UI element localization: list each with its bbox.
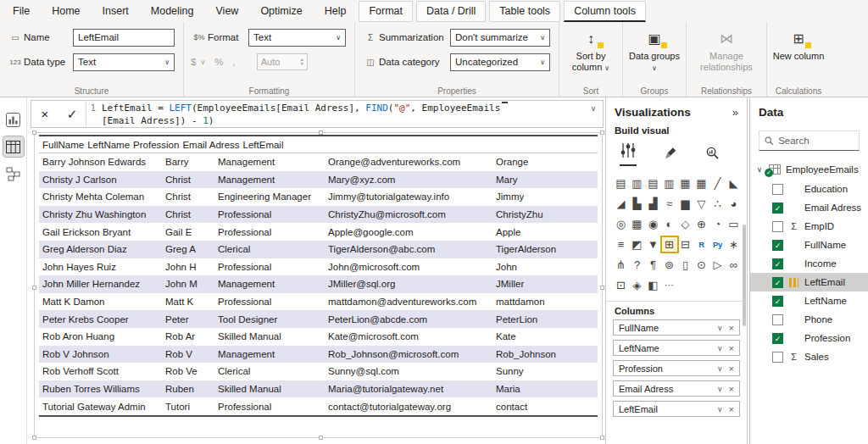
cell-email-adress[interactable]: mattdamon@adventureworks.com (325, 297, 492, 307)
data-type-dropdown[interactable]: Text ∨ (73, 53, 175, 71)
cell-fullname[interactable]: Christy J Carlson (39, 175, 162, 185)
chevron-down-icon[interactable]: ∨ (717, 364, 723, 373)
cell-leftemail[interactable]: contact (492, 402, 527, 412)
resize-handle[interactable] (319, 436, 323, 440)
card-icon[interactable]: ▭ (726, 217, 742, 231)
data-field-row[interactable]: Σ Sales (750, 347, 868, 366)
data-field-row[interactable]: LeftEmail (750, 273, 868, 291)
cell-fullname[interactable]: Tutorial Gateway Admin (39, 402, 162, 412)
cell-fullname[interactable]: Christy Mehta Coleman (39, 191, 162, 202)
cell-leftemail[interactable]: JMiller (492, 279, 524, 289)
chevron-down-icon[interactable]: ∨ (717, 385, 723, 393)
power-automate-icon[interactable]: ∞ (726, 258, 742, 272)
smart-narrative-icon[interactable]: ¶ (646, 258, 661, 272)
field-checkbox[interactable] (772, 240, 783, 251)
decomposition-tree-icon[interactable]: ⋔ (614, 258, 629, 272)
chevron-down-icon[interactable]: ∨ (717, 405, 723, 413)
cell-email-adress[interactable]: JMiller@sql.org (325, 279, 492, 289)
manage-relationships-button[interactable]: ⋈ Manage relationships (692, 28, 761, 85)
cell-email-adress[interactable]: PeterLion@abcde.com (325, 314, 492, 325)
data-field-row[interactable]: Email Adress (750, 198, 868, 217)
cell-email-adress[interactable]: Jimmy@tutorialgateway.info (325, 191, 492, 202)
treemap-icon[interactable]: ▦ (630, 217, 645, 231)
cell-fullname[interactable]: Rob V Johnson (39, 349, 162, 359)
cell-leftname[interactable]: Christ (162, 191, 214, 202)
line-clustered-column-chart-icon[interactable]: ▟ (646, 197, 661, 211)
table-row[interactable]: Rob Verhoff Scott Rob Ve Clerical Sunny@… (39, 363, 598, 380)
field-well[interactable]: LeftName ∨ × (613, 340, 740, 356)
table-row[interactable]: Peter Krebs Cooper Peter Tool Designer P… (39, 310, 598, 328)
cell-leftname[interactable]: Ruben (162, 384, 214, 394)
ribbon-chart-icon[interactable]: ≈ (662, 197, 677, 211)
column-name-input[interactable] (73, 29, 175, 47)
cell-fullname[interactable]: Ruben Torres Williams (39, 384, 162, 394)
cell-profession[interactable]: Clerical (214, 244, 325, 254)
contextual-tab[interactable]: Data / Drill (416, 1, 486, 22)
menu-item[interactable]: View (205, 1, 250, 22)
field-checkbox[interactable] (772, 333, 783, 344)
cell-email-adress[interactable]: Maria@tutorialgateway.net (325, 384, 492, 394)
data-field-row[interactable]: Education (750, 180, 868, 198)
azure-map-icon[interactable]: ⊕ (694, 217, 709, 231)
sort-by-column-button[interactable]: ↕ Sort by column ∨ (565, 28, 617, 85)
remove-field-icon[interactable]: × (729, 364, 734, 374)
paginated-report-icon[interactable]: ▯ (678, 258, 693, 272)
field-checkbox[interactable] (772, 203, 783, 214)
field-checkbox[interactable] (772, 221, 783, 232)
summarization-dropdown[interactable]: Don't summarize ∨ (450, 29, 550, 47)
menu-item[interactable]: File (2, 1, 41, 22)
cell-leftname[interactable]: Rob V (162, 349, 214, 359)
percent-button[interactable]: % (214, 57, 223, 67)
table-row[interactable]: Christy Mehta Coleman Christ Engineering… (39, 188, 598, 206)
cell-email-adress[interactable]: Mary@xyz.com (325, 175, 492, 185)
scatter-chart-icon[interactable]: ∴ (710, 197, 726, 211)
remove-field-icon[interactable]: × (729, 323, 734, 333)
cell-email-adress[interactable]: contact@tutorialgateway.org (325, 402, 492, 412)
field-checkbox[interactable] (772, 352, 783, 363)
map-icon[interactable]: ◉ (646, 217, 661, 231)
contextual-tab[interactable]: Column tools (564, 1, 646, 22)
remove-field-icon[interactable]: × (729, 404, 734, 414)
resize-handle[interactable] (32, 436, 36, 440)
thousands-separator-button[interactable]: , (233, 57, 236, 67)
cell-profession[interactable]: Management (214, 349, 325, 359)
r-script-icon[interactable]: R (694, 237, 709, 252)
cell-profession[interactable]: Professional (214, 227, 325, 237)
cell-fullname[interactable]: Peter Krebs Cooper (39, 314, 162, 325)
shape-map-icon[interactable]: ◇ (678, 217, 693, 231)
slicer-icon[interactable]: ▼ (646, 237, 661, 252)
decimal-places-spinner[interactable]: Auto ▴▾ (257, 53, 308, 70)
data-field-row[interactable]: FullName (750, 236, 868, 254)
python-icon[interactable]: Py (710, 237, 726, 252)
table-tree-item[interactable]: ∨ EmployeeEmails (750, 159, 868, 180)
clustered-bar-chart-icon[interactable]: ▤ (646, 176, 661, 191)
menu-item[interactable]: Modeling (140, 1, 205, 22)
stacked-column-chart-icon[interactable]: ▥ (630, 176, 645, 191)
table-row[interactable]: Greg Alderson Diaz Greg A Clerical Tiger… (39, 241, 598, 258)
field-checkbox[interactable] (772, 296, 783, 307)
menu-item[interactable]: Insert (92, 1, 140, 22)
data-field-row[interactable]: Profession (750, 329, 868, 347)
build-visual-tab[interactable] (620, 142, 637, 166)
data-field-row[interactable]: Phone (750, 310, 868, 329)
gauge-icon[interactable]: ◔ (710, 217, 726, 231)
cell-leftname[interactable]: Greg A (162, 244, 214, 254)
metrics-icon[interactable]: ⊚ (662, 258, 677, 272)
qa-icon[interactable]: ? (630, 258, 645, 272)
cell-leftname[interactable]: John M (162, 279, 214, 289)
power-apps-icon[interactable]: ▷ (710, 258, 726, 272)
cell-leftemail[interactable]: Apple (492, 227, 520, 237)
contextual-tab[interactable]: Table tools (489, 1, 560, 22)
data-view-button[interactable] (3, 136, 24, 157)
field-well[interactable]: FullName ∨ × (613, 319, 740, 336)
cell-email-adress[interactable]: ChristyZhu@microsoft.com (325, 209, 492, 219)
column-header[interactable]: LeftName (84, 140, 130, 150)
column-header[interactable]: Email Adress (179, 140, 239, 150)
menu-item[interactable]: Home (41, 1, 91, 22)
cell-profession[interactable]: Clerical (214, 366, 325, 376)
field-well[interactable]: Profession ∨ × (613, 360, 740, 376)
cancel-formula-button[interactable]: × (31, 101, 58, 127)
remove-field-icon[interactable]: × (729, 384, 734, 394)
table-row[interactable]: Gail Erickson Bryant Gail E Professional… (39, 223, 598, 241)
cell-profession[interactable]: Professional (214, 262, 325, 272)
